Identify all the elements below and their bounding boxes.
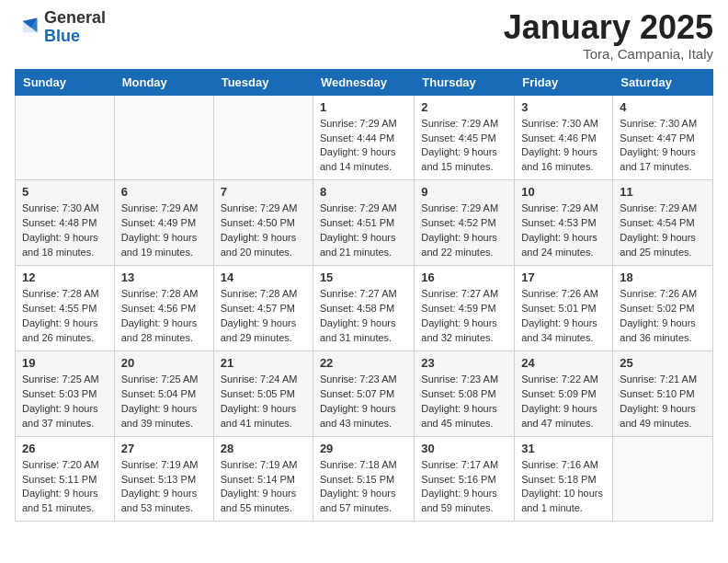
daylight-line: Daylight: 9 hours and 37 minutes. (22, 402, 108, 431)
day-number: 7 (221, 185, 306, 199)
sunset-line: Sunset: 5:09 PM (521, 387, 606, 402)
sunrise-line: Sunrise: 7:25 AM (22, 373, 108, 387)
calendar-cell: 26Sunrise: 7:20 AMSunset: 5:11 PMDayligh… (16, 436, 115, 522)
day-number: 20 (121, 356, 207, 370)
sunrise-line: Sunrise: 7:25 AM (121, 373, 207, 387)
week-row-3: 12Sunrise: 7:28 AMSunset: 4:55 PMDayligh… (16, 266, 713, 351)
day-number: 27 (121, 442, 207, 455)
sunrise-line: Sunrise: 7:18 AM (320, 458, 407, 473)
day-number: 25 (620, 356, 706, 370)
cell-content: Sunrise: 7:29 AMSunset: 4:54 PMDaylight:… (620, 201, 706, 260)
sunrise-line: Sunrise: 7:16 AM (521, 458, 606, 473)
calendar-cell: 21Sunrise: 7:24 AMSunset: 5:05 PMDayligh… (213, 350, 313, 436)
calendar-cell (213, 95, 313, 180)
sunset-line: Sunset: 4:44 PM (320, 132, 407, 146)
logo: General Blue (15, 9, 106, 46)
sunrise-line: Sunrise: 7:20 AM (22, 458, 108, 473)
sunrise-line: Sunrise: 7:28 AM (121, 287, 207, 302)
day-number: 23 (421, 356, 507, 370)
daylight-line: Daylight: 9 hours and 28 minutes. (121, 316, 207, 346)
logo-general: General (44, 8, 106, 27)
sunrise-line: Sunrise: 7:29 AM (620, 201, 706, 216)
calendar-cell: 1Sunrise: 7:29 AMSunset: 4:44 PMDaylight… (313, 95, 414, 180)
daylight-line: Daylight: 9 hours and 26 minutes. (22, 316, 108, 346)
sunset-line: Sunset: 5:02 PM (620, 302, 706, 316)
col-saturday: Saturday (613, 69, 713, 95)
col-wednesday: Wednesday (313, 69, 414, 95)
sunset-line: Sunset: 4:47 PM (620, 132, 706, 146)
sunrise-line: Sunrise: 7:29 AM (421, 117, 507, 132)
calendar-cell: 17Sunrise: 7:26 AMSunset: 5:01 PMDayligh… (515, 266, 613, 351)
day-number: 14 (221, 270, 306, 284)
week-row-2: 5Sunrise: 7:30 AMSunset: 4:48 PMDaylight… (16, 180, 713, 266)
day-number: 6 (121, 185, 207, 199)
sunset-line: Sunset: 4:46 PM (521, 132, 606, 146)
sunrise-line: Sunrise: 7:29 AM (221, 201, 306, 216)
sunrise-line: Sunrise: 7:26 AM (521, 287, 606, 302)
calendar-cell: 16Sunrise: 7:27 AMSunset: 4:59 PMDayligh… (415, 266, 515, 351)
sunrise-line: Sunrise: 7:29 AM (121, 201, 207, 216)
day-number: 5 (22, 185, 108, 199)
calendar-cell: 27Sunrise: 7:19 AMSunset: 5:13 PMDayligh… (114, 436, 213, 522)
calendar-cell (613, 436, 713, 522)
cell-content: Sunrise: 7:25 AMSunset: 5:04 PMDaylight:… (121, 373, 207, 431)
sunrise-line: Sunrise: 7:28 AM (221, 287, 306, 302)
day-number: 22 (320, 356, 407, 370)
sunset-line: Sunset: 5:08 PM (421, 387, 507, 402)
day-number: 26 (22, 442, 108, 455)
logo-blue: Blue (44, 27, 80, 45)
location: Tora, Campania, Italy (504, 46, 713, 62)
sunset-line: Sunset: 4:45 PM (421, 132, 507, 146)
calendar-cell: 25Sunrise: 7:21 AMSunset: 5:10 PMDayligh… (613, 350, 713, 436)
sunrise-line: Sunrise: 7:26 AM (620, 287, 706, 302)
title-block: January 2025 Tora, Campania, Italy (504, 9, 713, 62)
calendar-cell: 15Sunrise: 7:27 AMSunset: 4:58 PMDayligh… (313, 266, 414, 351)
calendar-cell (114, 95, 213, 180)
daylight-line: Daylight: 9 hours and 43 minutes. (320, 402, 407, 431)
day-number: 11 (620, 185, 706, 199)
calendar-cell: 6Sunrise: 7:29 AMSunset: 4:49 PMDaylight… (114, 180, 213, 266)
sunset-line: Sunset: 4:57 PM (221, 302, 306, 316)
sunset-line: Sunset: 5:14 PM (221, 473, 306, 488)
cell-content: Sunrise: 7:28 AMSunset: 4:55 PMDaylight:… (22, 287, 108, 346)
sunset-line: Sunset: 5:03 PM (22, 387, 108, 402)
cell-content: Sunrise: 7:22 AMSunset: 5:09 PMDaylight:… (521, 373, 606, 431)
calendar-cell: 22Sunrise: 7:23 AMSunset: 5:07 PMDayligh… (313, 350, 414, 436)
sunrise-line: Sunrise: 7:30 AM (22, 201, 108, 216)
cell-content: Sunrise: 7:27 AMSunset: 4:59 PMDaylight:… (421, 287, 507, 346)
calendar-cell: 3Sunrise: 7:30 AMSunset: 4:46 PMDaylight… (515, 95, 613, 180)
sunrise-line: Sunrise: 7:27 AM (421, 287, 507, 302)
calendar-cell: 29Sunrise: 7:18 AMSunset: 5:15 PMDayligh… (313, 436, 414, 522)
sunset-line: Sunset: 4:49 PM (121, 216, 207, 231)
day-number: 31 (521, 442, 606, 455)
daylight-line: Daylight: 9 hours and 22 minutes. (421, 231, 507, 260)
daylight-line: Daylight: 9 hours and 25 minutes. (620, 231, 706, 260)
daylight-line: Daylight: 9 hours and 17 minutes. (620, 145, 706, 175)
cell-content: Sunrise: 7:25 AMSunset: 5:03 PMDaylight:… (22, 373, 108, 431)
sunset-line: Sunset: 4:54 PM (620, 216, 706, 231)
calendar-table: Sunday Monday Tuesday Wednesday Thursday… (15, 69, 713, 523)
calendar-header-row: Sunday Monday Tuesday Wednesday Thursday… (16, 69, 713, 95)
day-number: 19 (22, 356, 108, 370)
cell-content: Sunrise: 7:17 AMSunset: 5:16 PMDaylight:… (421, 458, 507, 517)
daylight-line: Daylight: 9 hours and 45 minutes. (421, 402, 507, 431)
calendar-cell: 13Sunrise: 7:28 AMSunset: 4:56 PMDayligh… (114, 266, 213, 351)
day-number: 24 (521, 356, 606, 370)
sunset-line: Sunset: 4:58 PM (320, 302, 407, 316)
cell-content: Sunrise: 7:24 AMSunset: 5:05 PMDaylight:… (221, 373, 306, 431)
sunset-line: Sunset: 5:10 PM (620, 387, 706, 402)
day-number: 3 (521, 100, 606, 114)
col-monday: Monday (114, 69, 213, 95)
calendar-cell: 5Sunrise: 7:30 AMSunset: 4:48 PMDaylight… (16, 180, 115, 266)
day-number: 12 (22, 270, 108, 284)
daylight-line: Daylight: 9 hours and 20 minutes. (221, 231, 306, 260)
sunset-line: Sunset: 5:07 PM (320, 387, 407, 402)
daylight-line: Daylight: 9 hours and 57 minutes. (320, 487, 407, 516)
sunset-line: Sunset: 4:56 PM (121, 302, 207, 316)
calendar-cell: 24Sunrise: 7:22 AMSunset: 5:09 PMDayligh… (515, 350, 613, 436)
calendar-cell: 11Sunrise: 7:29 AMSunset: 4:54 PMDayligh… (613, 180, 713, 266)
sunset-line: Sunset: 4:48 PM (22, 216, 108, 231)
daylight-line: Daylight: 9 hours and 47 minutes. (521, 402, 606, 431)
calendar-cell (16, 95, 115, 180)
daylight-line: Daylight: 9 hours and 32 minutes. (421, 316, 507, 346)
